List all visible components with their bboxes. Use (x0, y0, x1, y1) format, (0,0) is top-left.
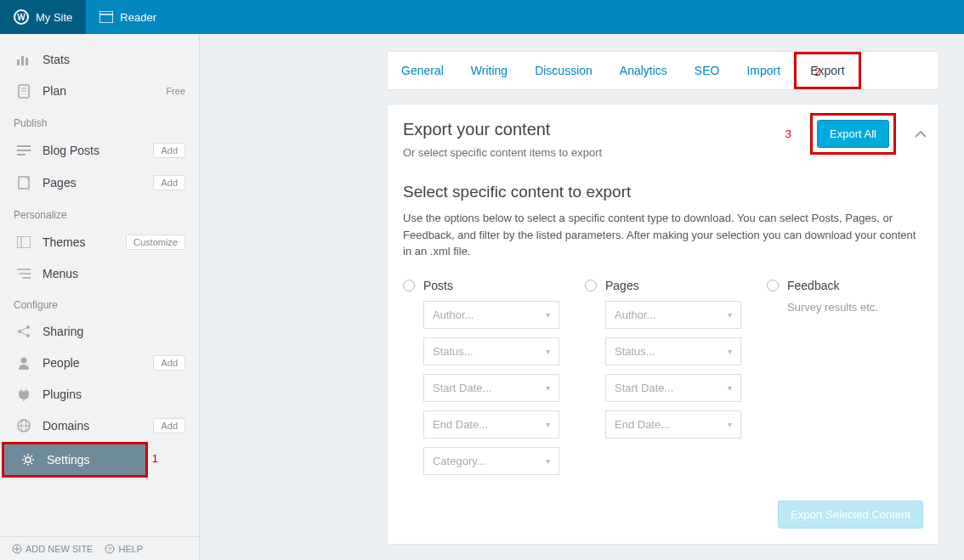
topbar: W My Site Reader (0, 0, 964, 34)
settings-icon (18, 453, 38, 467)
svg-point-22 (21, 358, 27, 364)
feedback-column: Feedback Survey results etc. (767, 279, 923, 484)
sidebar-item-pages[interactable]: Pages Add (0, 167, 199, 199)
sidebar-item-plugins[interactable]: Plugins (0, 379, 199, 410)
add-post-button[interactable]: Add (153, 143, 185, 158)
reader-icon (99, 11, 113, 23)
domains-icon (14, 419, 34, 433)
chevron-down-icon: ▾ (546, 383, 550, 393)
chevron-down-icon: ▾ (728, 347, 732, 356)
export-all-button[interactable]: Export All (817, 120, 889, 148)
export-columns: Posts Author...▾ Status...▾ Start Date..… (403, 279, 923, 484)
help-icon: ? (105, 544, 115, 554)
sidebar-group-configure: Configure (0, 289, 199, 316)
chevron-down-icon: ▾ (728, 383, 732, 393)
plan-badge: Free (166, 86, 185, 96)
chevron-down-icon: ▾ (546, 420, 550, 429)
collapse-toggle[interactable] (915, 131, 927, 138)
svg-rect-4 (26, 58, 28, 65)
nav-reader-label: Reader (120, 11, 156, 24)
stats-icon (14, 54, 34, 65)
tab-analytics[interactable]: Analytics (606, 52, 681, 89)
svg-rect-2 (17, 59, 20, 65)
chevron-up-icon (915, 131, 927, 138)
tab-seo[interactable]: SEO (681, 52, 734, 89)
add-page-button[interactable]: Add (153, 175, 185, 190)
help-button[interactable]: ? HELP (105, 544, 143, 554)
sidebar-item-plan[interactable]: Plan Free (0, 75, 199, 107)
sidebar-label: Plugins (43, 387, 82, 401)
svg-rect-12 (17, 236, 31, 248)
nav-my-site[interactable]: W My Site (0, 0, 86, 34)
wordpress-logo-icon: W (14, 9, 29, 25)
posts-status-select[interactable]: Status...▾ (423, 337, 559, 365)
posts-column: Posts Author...▾ Status...▾ Start Date..… (403, 279, 559, 484)
sidebar-label: Plan (43, 84, 66, 98)
sidebar-item-themes[interactable]: Themes Customize (0, 226, 199, 258)
radio-posts[interactable]: Posts (403, 279, 559, 292)
customize-button[interactable]: Customize (126, 235, 185, 250)
sidebar-label: Themes (43, 235, 86, 249)
annotation-2: 2 (814, 65, 820, 78)
sidebar-group-publish: Publish (0, 107, 199, 134)
sidebar-item-sharing[interactable]: Sharing (0, 316, 199, 347)
pages-author-select[interactable]: Author...▾ (605, 301, 741, 329)
sidebar-label: Sharing (43, 325, 83, 338)
export-card: Export your content 3 Export All Or sele… (387, 104, 939, 545)
add-people-button[interactable]: Add (153, 355, 185, 371)
svg-point-26 (26, 457, 31, 462)
posts-end-date-select[interactable]: End Date...▾ (423, 410, 559, 438)
pages-status-select[interactable]: Status...▾ (605, 337, 741, 365)
sidebar-item-people[interactable]: People Add (0, 347, 199, 379)
sidebar-scroll[interactable]: Stats Plan Free Publish Blog Posts Add P… (0, 34, 199, 536)
sidebar-label: Pages (43, 176, 77, 189)
tab-export[interactable]: Export (794, 52, 860, 89)
radio-icon (585, 280, 597, 291)
posts-author-select[interactable]: Author...▾ (423, 301, 559, 329)
svg-text:?: ? (108, 546, 112, 553)
annotation-3: 3 (785, 127, 791, 140)
radio-feedback[interactable]: Feedback (767, 279, 923, 292)
posts-start-date-select[interactable]: Start Date...▾ (423, 374, 559, 402)
radio-pages[interactable]: Pages (585, 279, 741, 292)
annotation-1: 1 (152, 452, 158, 465)
chevron-down-icon: ▾ (546, 456, 550, 466)
sidebar: Stats Plan Free Publish Blog Posts Add P… (0, 34, 200, 560)
feedback-subtitle: Survey results etc. (787, 301, 923, 314)
radio-icon (403, 280, 415, 291)
nav-reader[interactable]: Reader (86, 0, 170, 34)
sidebar-item-stats[interactable]: Stats (0, 44, 199, 75)
add-domain-button[interactable]: Add (153, 418, 185, 433)
sidebar-item-menus[interactable]: Menus (0, 258, 199, 289)
chevron-down-icon: ▾ (728, 420, 732, 429)
sidebar-label: People (43, 356, 80, 370)
export-selected-button[interactable]: Export Selected Content (778, 501, 923, 529)
svg-rect-0 (99, 11, 113, 23)
plugins-icon (14, 387, 34, 401)
sidebar-group-personalize: Personalize (0, 199, 199, 226)
sidebar-label: Blog Posts (43, 144, 99, 157)
plus-circle-icon (12, 544, 22, 554)
pages-icon (14, 176, 34, 189)
pages-end-date-select[interactable]: End Date...▾ (605, 410, 741, 438)
plan-icon (14, 83, 34, 99)
sharing-icon (14, 325, 34, 338)
menus-icon (14, 268, 34, 280)
select-content-title: Select specific content to export (403, 183, 923, 201)
posts-category-select[interactable]: Category...▾ (423, 447, 559, 475)
sidebar-footer: ADD NEW SITE ? HELP (0, 536, 199, 560)
sidebar-label: Domains (43, 419, 89, 433)
tab-discussion[interactable]: Discussion (521, 52, 606, 89)
chevron-down-icon: ▾ (728, 310, 732, 320)
pages-start-date-select[interactable]: Start Date...▾ (605, 374, 741, 402)
sidebar-item-settings[interactable]: Settings (2, 442, 148, 478)
sidebar-item-blog-posts[interactable]: Blog Posts Add (0, 134, 199, 167)
add-new-site-button[interactable]: ADD NEW SITE (12, 544, 93, 554)
tab-general[interactable]: General (388, 52, 457, 89)
tab-import[interactable]: Import (733, 52, 794, 89)
themes-icon (14, 236, 34, 248)
select-content-desc: Use the options below to select a specif… (403, 210, 923, 260)
sidebar-item-domains[interactable]: Domains Add (0, 410, 199, 442)
tab-writing[interactable]: Writing (457, 52, 521, 89)
svg-line-21 (20, 331, 28, 336)
